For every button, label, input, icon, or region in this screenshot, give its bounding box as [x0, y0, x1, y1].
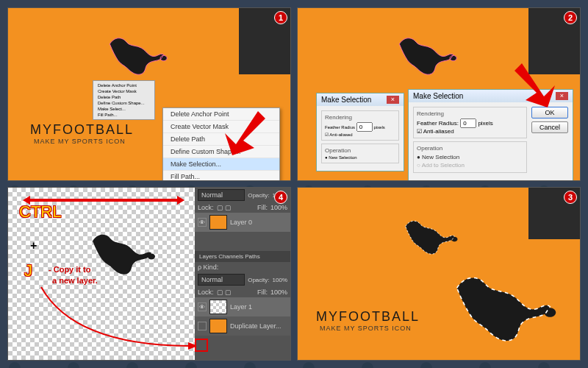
fill-value-2[interactable]: 100%	[270, 289, 287, 296]
highlight-box	[195, 339, 208, 352]
lock-label: Lock:	[198, 204, 214, 211]
player-silhouette-small	[393, 210, 467, 261]
blend-mode-select[interactable]: Normal	[198, 189, 245, 201]
mini-feather-label: Feather Radius	[325, 125, 355, 130]
layer-thumb	[209, 215, 227, 230]
logo-main: MYFOOTBALL	[30, 122, 134, 138]
mini-rendering-label: Rendering	[325, 114, 395, 121]
mini-aa: Anti-aliased	[329, 132, 352, 137]
mini-dialog-title: Make Selection	[321, 96, 371, 104]
close-icon[interactable]: ×	[387, 96, 399, 104]
step-badge-1: 1	[274, 11, 287, 24]
layer-1-row[interactable]: 👁Layer 1	[195, 297, 290, 316]
step-badge-2: 2	[564, 11, 577, 24]
mini-menu-item[interactable]: Define Custom Shape...	[95, 100, 153, 106]
mini-op-label: Operation	[325, 147, 395, 154]
fill-label: Fill:	[257, 204, 268, 211]
opacity-value-2[interactable]: 100%	[273, 277, 287, 283]
menu-fill-path[interactable]: Fill Path...	[163, 171, 279, 181]
red-arrow	[511, 60, 562, 111]
j-key-label: J	[24, 261, 32, 280]
logo-main: MYFOOTBALL	[316, 309, 420, 325]
mini-menu-item[interactable]: Make Select...	[95, 106, 153, 112]
player-silhouette	[78, 221, 166, 283]
visibility-icon[interactable]: 👁	[198, 302, 207, 311]
layers-tabs[interactable]: Layers Channels Paths	[195, 251, 290, 262]
op-new-selection[interactable]: New Selection	[422, 154, 459, 160]
fill-label-2: Fill:	[257, 289, 268, 296]
mini-unit: pixels	[373, 125, 384, 130]
antialias-checkbox[interactable]: Anti-aliased	[423, 128, 454, 135]
double-arrow	[19, 195, 188, 206]
dialog-title: Make Selection	[413, 92, 463, 100]
layer-thumb	[209, 319, 227, 333]
mini-op-new: New Selection	[329, 155, 356, 160]
mini-context-menu: Delete Anchor Point Create Vector Mask D…	[93, 80, 155, 120]
player-silhouette	[386, 26, 467, 82]
mini-menu-item[interactable]: Create Vector Mask	[95, 88, 153, 94]
feather-label: Feather Radius:	[417, 120, 459, 127]
logo-sub: MAKE MY SPORTS ICON	[320, 325, 412, 332]
lock-label-2: Lock:	[198, 289, 214, 296]
step-1-panel: MYFOOTBALL MAKE MY SPORTS ICON Delete An…	[7, 7, 291, 181]
plus-label: +	[30, 239, 37, 252]
feather-input[interactable]	[460, 118, 476, 128]
blend-mode-select-2[interactable]: Normal	[198, 274, 245, 286]
fill-value[interactable]: 100%	[270, 204, 287, 211]
feather-unit: pixels	[478, 120, 492, 127]
mini-feather-input[interactable]	[356, 122, 373, 132]
player-silhouette	[96, 26, 177, 82]
operation-label: Operation	[417, 145, 523, 152]
visibility-icon[interactable]	[198, 322, 207, 330]
layer-name[interactable]: Layer 1	[230, 303, 252, 311]
menu-make-selection[interactable]: Make Selection...	[163, 158, 279, 171]
visibility-icon[interactable]: 👁	[198, 218, 207, 227]
player-silhouette-large	[434, 258, 573, 353]
step-2-panel: Make Selection× Rendering Feather Radius…	[297, 7, 581, 181]
cancel-button[interactable]: Cancel	[531, 121, 568, 133]
kind-filter[interactable]: ρ Kind:	[198, 263, 218, 271]
logo-sub: MAKE MY SPORTS ICON	[34, 138, 126, 145]
mini-menu-item[interactable]: Fill Path...	[95, 112, 153, 118]
step-3-panel: MYFOOTBALL MAKE MY SPORTS ICON 3	[297, 187, 581, 361]
opacity-label-2: Opacity:	[248, 277, 269, 283]
mini-menu-item[interactable]: Delete Path	[95, 94, 153, 100]
opacity-label: Opacity:	[248, 192, 269, 199]
op-add-selection[interactable]: Add to Selection	[422, 162, 465, 169]
layer-thumb	[209, 300, 227, 314]
layer-0b-row[interactable]: Duplicate Layer...	[195, 316, 290, 336]
red-arrow	[221, 107, 273, 159]
layers-panel: NormalOpacity:100% Lock:▢ ▢Fill:100% 👁La…	[195, 188, 290, 360]
step-badge-3: 3	[564, 191, 577, 204]
mini-dialog: Make Selection× Rendering Feather Radius…	[316, 93, 404, 171]
curved-arrow	[37, 283, 199, 353]
rendering-label: Rendering	[417, 110, 523, 117]
layer-0-row[interactable]: 👁Layer 0	[195, 213, 290, 232]
step-4-panel: CTRL + J - Copy it to a new layer. Norma…	[7, 187, 291, 361]
layer-name[interactable]: Layer 0	[230, 219, 252, 226]
duplicate-layer-menu[interactable]: Duplicate Layer...	[230, 322, 282, 330]
mini-menu-item[interactable]: Delete Anchor Point	[95, 82, 153, 88]
step-badge-4: 4	[274, 191, 287, 204]
